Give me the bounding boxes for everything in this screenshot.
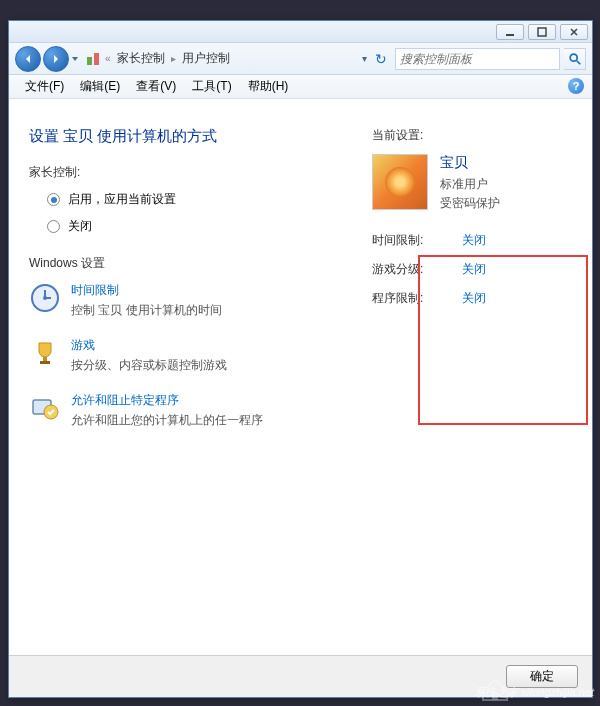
- control-panel-window: « 家长控制 ▸ 用户控制 ▾ ↻ 文件(F) 编辑(E) 查看(V) 工具(T…: [8, 20, 593, 698]
- programs-icon: [29, 392, 61, 424]
- back-button[interactable]: [15, 46, 41, 72]
- windows-settings-label: Windows 设置: [29, 255, 362, 272]
- menu-tools[interactable]: 工具(T): [184, 76, 239, 97]
- close-button[interactable]: [560, 24, 588, 40]
- radio-enable-label: 启用，应用当前设置: [68, 191, 176, 208]
- games-link[interactable]: 游戏: [71, 337, 227, 354]
- minimize-button[interactable]: [496, 24, 524, 40]
- radio-icon: [47, 193, 60, 206]
- right-column: 当前设置: 宝贝 标准用户 受密码保护 时间限制: 关闭 游戏分级: 关闭: [362, 127, 572, 635]
- clock-icon: [29, 282, 61, 314]
- page-title: 设置 宝贝 使用计算机的方式: [29, 127, 362, 146]
- svg-rect-1: [538, 28, 546, 36]
- breadcrumb-parental[interactable]: 家长控制: [117, 50, 165, 67]
- status-programs-value[interactable]: 关闭: [462, 290, 486, 307]
- maximize-button[interactable]: [528, 24, 556, 40]
- setting-programs: 允许和阻止特定程序 允许和阻止您的计算机上的任一程序: [29, 392, 362, 429]
- current-settings-label: 当前设置:: [372, 127, 572, 144]
- menu-help[interactable]: 帮助(H): [240, 76, 297, 97]
- radio-disable-label: 关闭: [68, 218, 92, 235]
- user-password: 受密码保护: [440, 195, 500, 212]
- left-column: 设置 宝贝 使用计算机的方式 家长控制: 启用，应用当前设置 关闭 Window…: [29, 127, 362, 635]
- forward-button[interactable]: [43, 46, 69, 72]
- trophy-icon: [29, 337, 61, 369]
- radio-disable[interactable]: 关闭: [47, 218, 362, 235]
- menu-view[interactable]: 查看(V): [128, 76, 184, 97]
- chevron-right-icon: ▸: [171, 53, 176, 64]
- status-row-programs: 程序限制: 关闭: [372, 290, 572, 307]
- radio-icon: [47, 220, 60, 233]
- user-name: 宝贝: [440, 154, 500, 172]
- time-limit-desc: 控制 宝贝 使用计算机的时间: [71, 302, 222, 319]
- breadcrumb-usercontrol[interactable]: 用户控制: [182, 50, 230, 67]
- ok-button[interactable]: 确定: [506, 665, 578, 688]
- status-games-value[interactable]: 关闭: [462, 261, 486, 278]
- search-box[interactable]: [395, 48, 560, 70]
- status-time-value[interactable]: 关闭: [462, 232, 486, 249]
- games-desc: 按分级、内容或标题控制游戏: [71, 357, 227, 374]
- svg-rect-10: [43, 357, 47, 361]
- menubar: 文件(F) 编辑(E) 查看(V) 工具(T) 帮助(H) ?: [9, 75, 592, 99]
- status-table: 时间限制: 关闭 游戏分级: 关闭 程序限制: 关闭: [372, 232, 572, 307]
- user-type: 标准用户: [440, 176, 500, 193]
- setting-games: 游戏 按分级、内容或标题控制游戏: [29, 337, 362, 374]
- svg-rect-0: [506, 34, 514, 36]
- parental-radio-group: 启用，应用当前设置 关闭: [47, 191, 362, 235]
- status-games-label: 游戏分级:: [372, 261, 462, 278]
- nav-history-dropdown[interactable]: [69, 49, 81, 69]
- svg-rect-3: [94, 53, 99, 65]
- menu-edit[interactable]: 编辑(E): [72, 76, 128, 97]
- status-row-time: 时间限制: 关闭: [372, 232, 572, 249]
- programs-link[interactable]: 允许和阻止特定程序: [71, 392, 263, 409]
- watermark-logo-icon: [480, 676, 510, 702]
- setting-time-limit: 时间限制 控制 宝贝 使用计算机的时间: [29, 282, 362, 319]
- titlebar: [9, 21, 592, 43]
- refresh-icon[interactable]: ↻: [375, 51, 387, 67]
- menu-file[interactable]: 文件(F): [17, 76, 72, 97]
- search-input[interactable]: [400, 52, 555, 66]
- radio-enable[interactable]: 启用，应用当前设置: [47, 191, 362, 208]
- breadcrumb: « 家长控制 ▸ 用户控制: [105, 50, 230, 67]
- breadcrumb-sep-icon: «: [105, 53, 111, 64]
- time-limit-link[interactable]: 时间限制: [71, 282, 222, 299]
- svg-point-9: [43, 296, 47, 300]
- help-icon[interactable]: ?: [568, 78, 584, 94]
- breadcrumb-dropdown-icon[interactable]: ▾: [362, 53, 367, 64]
- svg-line-5: [576, 60, 580, 64]
- user-box: 宝贝 标准用户 受密码保护: [372, 154, 572, 214]
- programs-desc: 允许和阻止您的计算机上的任一程序: [71, 412, 263, 429]
- svg-rect-14: [492, 692, 498, 700]
- status-row-games: 游戏分级: 关闭: [372, 261, 572, 278]
- navbar: « 家长控制 ▸ 用户控制 ▾ ↻: [9, 43, 592, 75]
- avatar: [372, 154, 428, 210]
- status-time-label: 时间限制:: [372, 232, 462, 249]
- svg-rect-11: [40, 361, 50, 364]
- search-button[interactable]: [564, 48, 586, 70]
- svg-point-4: [570, 54, 577, 61]
- control-panel-icon: [85, 51, 101, 67]
- parental-control-label: 家长控制:: [29, 164, 362, 181]
- svg-rect-2: [87, 57, 92, 65]
- content-area: 设置 宝贝 使用计算机的方式 家长控制: 启用，应用当前设置 关闭 Window…: [9, 99, 592, 655]
- status-programs-label: 程序限制:: [372, 290, 462, 307]
